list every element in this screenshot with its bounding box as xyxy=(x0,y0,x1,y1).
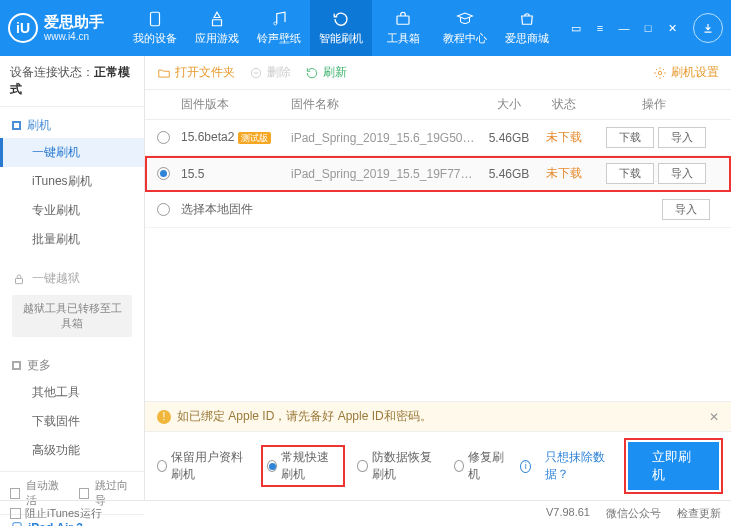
firmware-size: 5.46GB xyxy=(479,167,539,181)
opt-quick-flash[interactable]: 常规快速刷机 xyxy=(263,447,343,485)
gear-icon xyxy=(653,66,667,80)
flash-now-button[interactable]: 立即刷机 xyxy=(628,442,719,490)
table-row[interactable]: 15.6beta2测试版 iPad_Spring_2019_15.6_19G50… xyxy=(145,120,731,156)
sidebar-item-other[interactable]: 其他工具 xyxy=(0,378,144,407)
info-icon[interactable]: i xyxy=(520,460,531,473)
close-button[interactable]: ✕ xyxy=(661,17,683,39)
th-status: 状态 xyxy=(539,96,589,113)
flash-options: 保留用户资料刷机 常规快速刷机 防数据恢复刷机 修复刷机 i 只想抹除数据？ 立… xyxy=(145,431,731,500)
import-button[interactable]: 导入 xyxy=(658,127,706,148)
svg-point-6 xyxy=(658,71,662,75)
nav-tutorials[interactable]: 教程中心 xyxy=(434,0,496,56)
opt-keep-data[interactable]: 保留用户资料刷机 xyxy=(157,449,249,483)
brand-url: www.i4.cn xyxy=(44,31,104,42)
auto-activate-checkbox[interactable] xyxy=(10,488,20,499)
statusbar: 阻止iTunes运行 V7.98.61 微信公众号 检查更新 xyxy=(0,500,731,526)
th-size: 大小 xyxy=(479,96,539,113)
titlebar: iU 爱思助手 www.i4.cn 我的设备 应用游戏 铃声壁纸 智能刷机 工具… xyxy=(0,0,731,56)
app-window: iU 爱思助手 www.i4.cn 我的设备 应用游戏 铃声壁纸 智能刷机 工具… xyxy=(0,0,731,526)
sidebar-item-oneclick[interactable]: 一键刷机 xyxy=(0,138,144,167)
warning-icon: ! xyxy=(157,410,171,424)
row-radio[interactable] xyxy=(157,203,170,216)
brand: 爱思助手 www.i4.cn xyxy=(44,14,104,42)
download-circle-button[interactable] xyxy=(693,13,723,43)
opt-repair-flash[interactable]: 修复刷机 xyxy=(454,449,507,483)
sidebar-item-batch[interactable]: 批量刷机 xyxy=(0,225,144,254)
row-radio[interactable] xyxy=(157,131,170,144)
refresh-button[interactable]: 刷新 xyxy=(305,64,347,81)
lines-button[interactable]: ≡ xyxy=(589,17,611,39)
flash-settings-button[interactable]: 刷机设置 xyxy=(653,64,719,81)
sidebar-head-jailbreak: 一键越狱 xyxy=(0,266,144,291)
minimize-button[interactable]: — xyxy=(613,17,635,39)
square-icon xyxy=(12,121,21,130)
download-button[interactable]: 下载 xyxy=(606,163,654,184)
beta-tag: 测试版 xyxy=(238,132,271,144)
erase-only-link[interactable]: 只想抹除数据？ xyxy=(545,449,614,483)
th-name: 固件名称 xyxy=(291,96,479,113)
table-row[interactable]: 15.5 iPad_Spring_2019_15.5_19F77_Restore… xyxy=(145,156,731,192)
toolbar: 打开文件夹 删除 刷新 刷机设置 xyxy=(145,56,731,90)
check-update-link[interactable]: 检查更新 xyxy=(677,506,721,521)
import-button[interactable]: 导入 xyxy=(662,199,710,220)
body: 设备连接状态：正常模式 刷机 一键刷机 iTunes刷机 专业刷机 批量刷机 一… xyxy=(0,56,731,500)
firmware-name: iPad_Spring_2019_15.5_19F77_Restore.ipsw xyxy=(291,167,479,181)
sidebar-item-download-fw[interactable]: 下载固件 xyxy=(0,407,144,436)
firmware-status: 未下载 xyxy=(539,129,589,146)
folder-icon xyxy=(157,66,171,80)
main: 打开文件夹 删除 刷新 刷机设置 固件版本 固件名称 大小 状态 操作 15.6… xyxy=(145,56,731,500)
nav-flash[interactable]: 智能刷机 xyxy=(310,0,372,56)
sidebar-item-pro[interactable]: 专业刷机 xyxy=(0,196,144,225)
appleid-notice: ! 如已绑定 Apple ID，请先备好 Apple ID和密码。 ✕ xyxy=(145,401,731,431)
app-logo: iU xyxy=(8,13,38,43)
nav-my-device[interactable]: 我的设备 xyxy=(124,0,186,56)
refresh-icon xyxy=(305,66,319,80)
window-controls: ▭ ≡ — □ ✕ xyxy=(565,13,723,43)
main-nav: 我的设备 应用游戏 铃声壁纸 智能刷机 工具箱 教程中心 爱思商城 xyxy=(124,0,558,56)
version-label: V7.98.61 xyxy=(546,506,590,521)
firmware-status: 未下载 xyxy=(539,165,589,182)
sidebar-item-advanced[interactable]: 高级功能 xyxy=(0,436,144,465)
th-ops: 操作 xyxy=(589,96,719,113)
import-button[interactable]: 导入 xyxy=(658,163,706,184)
nav-store[interactable]: 爱思商城 xyxy=(496,0,558,56)
sidebar-head-flash[interactable]: 刷机 xyxy=(0,113,144,138)
sidebar-item-itunes[interactable]: iTunes刷机 xyxy=(0,167,144,196)
close-notice-button[interactable]: ✕ xyxy=(709,410,719,424)
nav-toolbox[interactable]: 工具箱 xyxy=(372,0,434,56)
sidebar: 设备连接状态：正常模式 刷机 一键刷机 iTunes刷机 专业刷机 批量刷机 一… xyxy=(0,56,145,500)
local-firmware-row[interactable]: 选择本地固件 导入 xyxy=(145,192,731,228)
wechat-link[interactable]: 微信公众号 xyxy=(606,506,661,521)
download-button[interactable]: 下载 xyxy=(606,127,654,148)
nav-ringtones[interactable]: 铃声壁纸 xyxy=(248,0,310,56)
skip-guide-checkbox[interactable] xyxy=(79,488,89,499)
svg-rect-0 xyxy=(151,12,160,26)
delete-icon xyxy=(249,66,263,80)
firmware-name: iPad_Spring_2019_15.6_19G5037d_Restore.i… xyxy=(291,131,479,145)
menu-button[interactable]: ▭ xyxy=(565,17,587,39)
th-version: 固件版本 xyxy=(181,96,291,113)
delete-button[interactable]: 删除 xyxy=(249,64,291,81)
open-folder-button[interactable]: 打开文件夹 xyxy=(157,64,235,81)
connection-status: 设备连接状态：正常模式 xyxy=(0,56,144,107)
brand-title: 爱思助手 xyxy=(44,14,104,31)
row-radio[interactable] xyxy=(157,167,170,180)
maximize-button[interactable]: □ xyxy=(637,17,659,39)
svg-rect-2 xyxy=(397,16,409,24)
firmware-size: 5.46GB xyxy=(479,131,539,145)
sidebar-head-more[interactable]: 更多 xyxy=(0,353,144,378)
opt-anti-recovery[interactable]: 防数据恢复刷机 xyxy=(357,449,439,483)
nav-apps[interactable]: 应用游戏 xyxy=(186,0,248,56)
lock-icon xyxy=(12,272,26,286)
block-itunes-checkbox[interactable] xyxy=(10,508,21,519)
table-header: 固件版本 固件名称 大小 状态 操作 xyxy=(145,90,731,120)
jailbreak-note: 越狱工具已转移至工具箱 xyxy=(12,295,132,337)
square-icon xyxy=(12,361,21,370)
svg-rect-3 xyxy=(16,278,23,283)
